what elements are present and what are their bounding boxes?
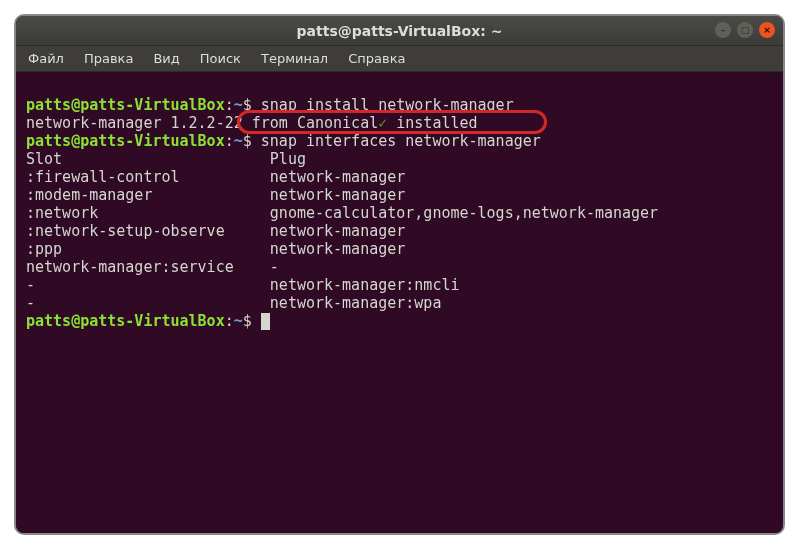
prompt-path: ~ — [234, 312, 243, 330]
terminal-content[interactable]: patts@patts-VirtualBox:~$ snap install n… — [16, 72, 783, 533]
prompt-path: ~ — [234, 132, 243, 150]
table-row: network-manager:service - — [26, 258, 279, 276]
output-install-a: network-manager 1.2.2-22 from Canonical — [26, 114, 378, 132]
table-header: Slot Plug — [26, 150, 306, 168]
check-icon: ✓ — [378, 114, 387, 132]
prompt-sep: : — [225, 132, 234, 150]
cursor — [261, 313, 270, 330]
maximize-button[interactable]: □ — [737, 22, 753, 38]
menu-terminal[interactable]: Терминал — [255, 49, 334, 68]
menu-view[interactable]: Вид — [147, 49, 185, 68]
prompt-user: patts@patts-VirtualBox — [26, 312, 225, 330]
table-row: - network-manager:wpa — [26, 294, 441, 312]
prompt-dollar: $ — [243, 312, 252, 330]
prompt-dollar: $ — [243, 132, 252, 150]
prompt-path: ~ — [234, 96, 243, 114]
prompt-user: patts@patts-VirtualBox — [26, 132, 225, 150]
menu-help[interactable]: Справка — [342, 49, 411, 68]
prompt-dollar: $ — [243, 96, 252, 114]
prompt-sep: : — [225, 312, 234, 330]
table-row: :ppp network-manager — [26, 240, 405, 258]
table-row: :firewall-control network-manager — [26, 168, 405, 186]
table-row: :network-setup-observe network-manager — [26, 222, 405, 240]
menu-search[interactable]: Поиск — [194, 49, 247, 68]
window-title: patts@patts-VirtualBox: ~ — [297, 23, 503, 39]
prompt-sep: : — [225, 96, 234, 114]
table-row: :network gnome-calculator,gnome-logs,net… — [26, 204, 658, 222]
command-2: snap interfaces network-manager — [252, 132, 541, 150]
terminal-window: patts@patts-VirtualBox: ~ – □ × Файл Пра… — [14, 14, 785, 535]
menu-file[interactable]: Файл — [22, 49, 70, 68]
table-row: :modem-manager network-manager — [26, 186, 405, 204]
command-1: snap install network-manager — [252, 96, 514, 114]
prompt-user: patts@patts-VirtualBox — [26, 96, 225, 114]
close-button[interactable]: × — [759, 22, 775, 38]
minimize-button[interactable]: – — [715, 22, 731, 38]
menubar: Файл Правка Вид Поиск Терминал Справка — [16, 46, 783, 72]
window-controls: – □ × — [715, 22, 775, 38]
table-row: - network-manager:nmcli — [26, 276, 459, 294]
titlebar: patts@patts-VirtualBox: ~ – □ × — [16, 16, 783, 46]
menu-edit[interactable]: Правка — [78, 49, 139, 68]
output-install-b: installed — [387, 114, 477, 132]
